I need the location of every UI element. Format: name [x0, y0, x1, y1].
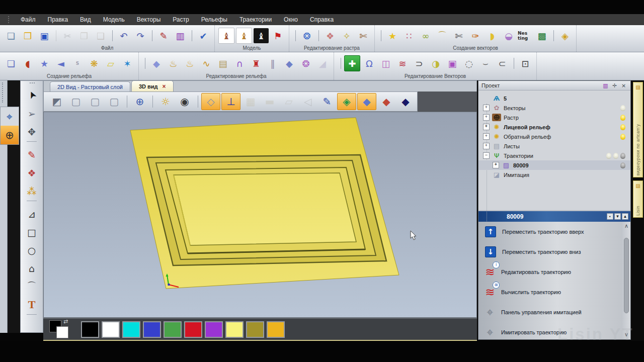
tree-item-label[interactable]: Обратный рельеф	[504, 134, 551, 140]
menu-toolpaths[interactable]: Траектории	[233, 16, 278, 23]
swatch-cyan[interactable]	[122, 321, 140, 338]
wave-distort-icon[interactable]: ≋	[395, 56, 410, 71]
shade-down-button[interactable]: ▼	[614, 213, 621, 220]
menu-help[interactable]: Справка	[304, 16, 340, 23]
tree-item-80009[interactable]: + ▨ 80009	[478, 160, 630, 170]
view-cube-x-icon[interactable]: ▢	[67, 94, 85, 110]
fit-vector-icon[interactable]: ✑	[468, 28, 483, 43]
tree-expander[interactable]: +	[483, 124, 490, 130]
open-arc-icon[interactable]: ⌣	[478, 56, 493, 71]
text-block-icon[interactable]: ▩	[534, 28, 549, 43]
node-fillet-icon[interactable]: ∞	[418, 28, 433, 43]
viewport-3d[interactable]	[43, 112, 477, 318]
calculate-toolpath-button[interactable]: ≋⊞ Вычислить траекторию	[478, 282, 630, 302]
spin-globe-icon[interactable]: ⊕	[1, 126, 19, 144]
draw-zero-plane-icon[interactable]: ◇	[201, 93, 220, 110]
select-tool-icon[interactable]: ➤	[22, 85, 42, 105]
shade-up-button[interactable]: ▲	[622, 213, 628, 220]
redo-icon[interactable]: ↷	[133, 28, 148, 43]
actions-scrollbar[interactable]: ∧ ∨	[622, 222, 630, 339]
reference-book-icon[interactable]: ▥	[173, 28, 188, 43]
license-wizard-icon[interactable]: ✔	[196, 28, 211, 43]
purple-frame-icon[interactable]: ▣	[445, 56, 460, 71]
tree-expander[interactable]: +	[483, 133, 490, 140]
vector-delete-icon[interactable]: ✄	[451, 28, 466, 43]
tree-item-label[interactable]: Векторы	[504, 105, 525, 111]
relief-clone-icon[interactable]: ♨	[182, 56, 197, 71]
paste-icon[interactable]: ❑	[93, 28, 108, 43]
back-relief-plane-icon[interactable]: ◆	[377, 94, 395, 110]
tree-item-label[interactable]: Растр	[504, 115, 519, 121]
ellipse-tool-icon[interactable]: ○	[24, 243, 39, 257]
menu-model[interactable]: Модель	[97, 16, 131, 23]
bound-box-icon[interactable]: ⊡	[518, 56, 533, 71]
wrap-arch-icon[interactable]: ∩	[232, 56, 247, 71]
edit-toolpath-button[interactable]: ≋i Редактировать траекторию	[478, 262, 630, 282]
tree-expander[interactable]: −	[483, 152, 490, 159]
visibility-bulb-icon[interactable]	[606, 153, 611, 159]
visibility-eye-icon[interactable]: ◉	[176, 94, 194, 110]
rectangle-tool-icon[interactable]: □	[24, 225, 39, 239]
origin-axes-icon[interactable]: ⊥	[221, 93, 240, 110]
visibility-bulb-icon[interactable]	[620, 134, 625, 140]
desk-lamp-icon[interactable]: ⚑	[270, 28, 285, 43]
vase-icon[interactable]: Ω	[362, 56, 377, 71]
pencil-tool-icon[interactable]: ✎	[24, 147, 39, 162]
teddy-gold-icon[interactable]: ♝	[236, 28, 252, 44]
zero-plane-blue-icon[interactable]: ◆	[357, 93, 376, 110]
teddy-frame-icon[interactable]: ♝	[218, 28, 234, 44]
swatch-blue[interactable]	[143, 321, 161, 338]
eraser-wedge-icon[interactable]: ◢	[315, 56, 330, 71]
toolpath-preview-icon[interactable]: ▱	[280, 94, 298, 110]
cut-icon[interactable]: ✂	[60, 28, 75, 43]
toolpath-material-icon[interactable]: ◁	[299, 94, 317, 110]
dome-pillow-icon[interactable]: ◒	[501, 28, 516, 43]
swatch-red[interactable]	[184, 321, 202, 338]
tab-close-icon[interactable]: ×	[163, 83, 166, 90]
menu-view[interactable]: Вид	[74, 16, 97, 23]
visibility-bulb-icon[interactable]	[620, 115, 625, 121]
visibility-bulb-icon[interactable]	[620, 105, 625, 111]
move-toolpath-up-button[interactable]: ↑ Переместить траекторию вверх	[478, 222, 630, 242]
text-tool-icon[interactable]: T	[24, 297, 39, 312]
toolpath-solid-icon[interactable]: ▦	[242, 94, 260, 110]
tree-item-label[interactable]: 80009	[513, 162, 529, 168]
swatch-pale-yellow[interactable]	[225, 321, 244, 338]
polyline-tool-icon[interactable]: ⊿	[24, 207, 39, 221]
swatch-amber[interactable]	[267, 321, 285, 338]
simulation-control-panel-button[interactable]: ⌖ Панель управления имитацией	[478, 302, 630, 322]
preview-toolpath-plane-icon[interactable]: ◈	[337, 93, 356, 110]
tree-item-toolpaths[interactable]: − Ψ Траектории	[478, 151, 630, 160]
nesting-icon[interactable]: Nes ting	[518, 28, 533, 43]
teddy-invert-icon[interactable]: ♝	[254, 28, 269, 43]
lighting-icon[interactable]: ☼	[156, 94, 175, 110]
bend-curve-icon[interactable]: ⊃	[412, 56, 427, 71]
arc-tool-icon[interactable]: ⌒	[24, 279, 39, 294]
stamp-hat-icon[interactable]: ♜	[249, 56, 264, 71]
primary-secondary-colors[interactable]: ⇄	[48, 320, 75, 339]
save-model-icon[interactable]: ▣	[37, 28, 52, 43]
flood-fill-icon[interactable]: ❖	[323, 28, 338, 43]
relief-morph-icon[interactable]: ∿	[199, 56, 214, 71]
tree-item-label[interactable]: Траектории	[504, 153, 533, 159]
paste-array-icon[interactable]: ∷	[401, 28, 417, 43]
swap-colors-icon[interactable]: ⇄	[63, 318, 68, 325]
pillar-icon[interactable]: ‖	[265, 56, 280, 71]
copy-icon[interactable]: ❐	[76, 28, 92, 43]
swatch-black[interactable]	[81, 321, 99, 338]
menu-file[interactable]: Файл	[15, 16, 42, 23]
zoom-tool-icon[interactable]: ⌖	[1, 107, 19, 126]
scrollbar-thumb[interactable]	[624, 238, 629, 313]
offset-blob-icon[interactable]: ◗	[485, 28, 500, 43]
relief-library-icon[interactable]: ▤	[215, 56, 230, 71]
shape-editor-icon[interactable]: ❏	[4, 56, 19, 71]
spray-tool-icon[interactable]: ⁂	[24, 184, 39, 198]
shiny-diamond-icon[interactable]: ◆	[396, 94, 415, 110]
tree-item-label[interactable]: Имитация	[504, 172, 529, 178]
tree-item-label[interactable]: Листы	[504, 143, 520, 149]
swatch-purple[interactable]	[205, 321, 223, 338]
move-rotate-tool-icon[interactable]: ✥	[24, 124, 39, 139]
tree-item-raster[interactable]: + ☻ Растр	[478, 113, 630, 122]
visibility-bulb-icon[interactable]	[620, 153, 625, 159]
smooth-plane-icon[interactable]: ◆	[149, 56, 164, 71]
